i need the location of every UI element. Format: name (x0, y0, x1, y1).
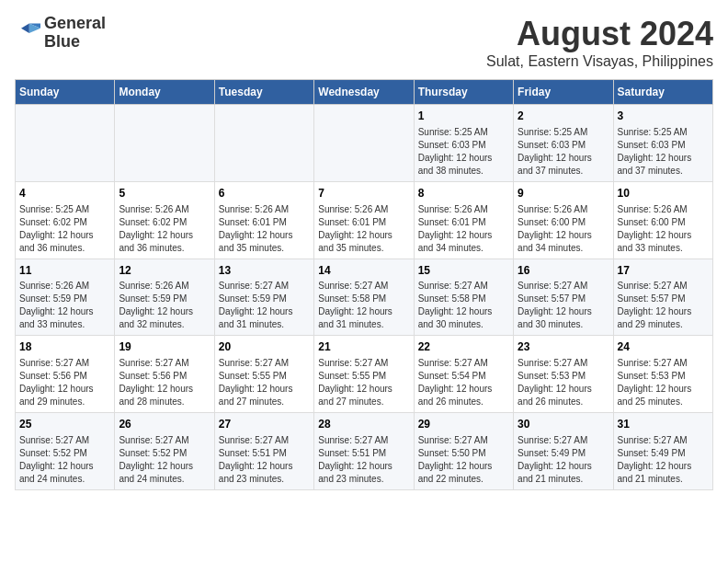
day-cell: 1Sunrise: 5:25 AM Sunset: 6:03 PM Daylig… (414, 105, 513, 182)
day-info: Sunrise: 5:26 AM Sunset: 5:59 PM Dayligh… (119, 280, 210, 331)
day-number: 13 (219, 263, 310, 279)
day-info: Sunrise: 5:26 AM Sunset: 6:00 PM Dayligh… (518, 203, 609, 255)
day-number: 29 (418, 417, 509, 432)
day-info: Sunrise: 5:27 AM Sunset: 5:52 PM Dayligh… (119, 434, 210, 486)
day-number: 31 (618, 417, 709, 432)
day-cell: 11Sunrise: 5:26 AM Sunset: 5:59 PM Dayli… (16, 259, 115, 336)
day-info: Sunrise: 5:25 AM Sunset: 6:03 PM Dayligh… (518, 126, 609, 178)
day-number: 20 (219, 339, 310, 355)
day-cell: 7Sunrise: 5:26 AM Sunset: 6:01 PM Daylig… (314, 181, 414, 259)
day-cell (115, 105, 214, 182)
day-number: 10 (618, 186, 709, 201)
day-cell: 26Sunrise: 5:27 AM Sunset: 5:52 PM Dayli… (115, 413, 214, 490)
day-number: 9 (518, 186, 609, 201)
day-number: 17 (618, 263, 709, 279)
week-row-1: 1Sunrise: 5:25 AM Sunset: 6:03 PM Daylig… (16, 105, 713, 182)
day-number: 14 (318, 263, 409, 279)
week-row-4: 18Sunrise: 5:27 AM Sunset: 5:56 PM Dayli… (16, 336, 713, 413)
day-number: 24 (618, 339, 709, 355)
day-info: Sunrise: 5:27 AM Sunset: 5:51 PM Dayligh… (219, 434, 310, 486)
day-cell: 21Sunrise: 5:27 AM Sunset: 5:55 PM Dayli… (314, 336, 414, 413)
day-number: 11 (19, 263, 110, 279)
day-cell: 15Sunrise: 5:27 AM Sunset: 5:58 PM Dayli… (414, 259, 513, 336)
day-number: 8 (418, 186, 509, 201)
day-info: Sunrise: 5:27 AM Sunset: 5:53 PM Dayligh… (618, 357, 709, 408)
day-cell: 6Sunrise: 5:26 AM Sunset: 6:01 PM Daylig… (214, 181, 313, 259)
day-info: Sunrise: 5:27 AM Sunset: 5:52 PM Dayligh… (19, 434, 110, 486)
day-info: Sunrise: 5:27 AM Sunset: 5:56 PM Dayligh… (19, 357, 110, 408)
day-cell: 14Sunrise: 5:27 AM Sunset: 5:58 PM Dayli… (314, 259, 414, 336)
day-info: Sunrise: 5:27 AM Sunset: 5:49 PM Dayligh… (518, 434, 609, 486)
logo-icon (15, 20, 40, 46)
day-number: 23 (518, 339, 609, 355)
day-header-saturday: Saturday (613, 80, 712, 105)
day-cell: 10Sunrise: 5:26 AM Sunset: 6:00 PM Dayli… (613, 181, 712, 259)
day-cell: 27Sunrise: 5:27 AM Sunset: 5:51 PM Dayli… (214, 413, 313, 490)
day-cell: 2Sunrise: 5:25 AM Sunset: 6:03 PM Daylig… (514, 105, 613, 182)
day-info: Sunrise: 5:27 AM Sunset: 5:58 PM Dayligh… (318, 280, 409, 331)
logo-line1: General (44, 15, 106, 33)
day-number: 6 (219, 186, 310, 201)
day-number: 28 (318, 417, 409, 432)
day-number: 27 (219, 417, 310, 432)
day-info: Sunrise: 5:27 AM Sunset: 5:55 PM Dayligh… (318, 357, 409, 408)
day-info: Sunrise: 5:26 AM Sunset: 6:01 PM Dayligh… (418, 203, 509, 255)
day-number: 12 (119, 263, 210, 279)
day-cell: 18Sunrise: 5:27 AM Sunset: 5:56 PM Dayli… (16, 336, 115, 413)
day-number: 26 (119, 417, 210, 432)
day-cell: 25Sunrise: 5:27 AM Sunset: 5:52 PM Dayli… (16, 413, 115, 490)
day-header-thursday: Thursday (414, 80, 513, 105)
week-row-2: 4Sunrise: 5:25 AM Sunset: 6:02 PM Daylig… (16, 181, 713, 259)
day-number: 22 (418, 339, 509, 355)
day-cell: 23Sunrise: 5:27 AM Sunset: 5:53 PM Dayli… (514, 336, 613, 413)
day-header-tuesday: Tuesday (214, 80, 313, 105)
day-info: Sunrise: 5:27 AM Sunset: 5:58 PM Dayligh… (418, 280, 509, 331)
day-number: 16 (518, 263, 609, 279)
day-cell: 12Sunrise: 5:26 AM Sunset: 5:59 PM Dayli… (115, 259, 214, 336)
day-number: 18 (19, 339, 110, 355)
day-header-sunday: Sunday (16, 80, 115, 105)
day-header-wednesday: Wednesday (314, 80, 414, 105)
day-info: Sunrise: 5:25 AM Sunset: 6:03 PM Dayligh… (618, 126, 709, 178)
day-cell: 4Sunrise: 5:25 AM Sunset: 6:02 PM Daylig… (16, 181, 115, 259)
day-info: Sunrise: 5:27 AM Sunset: 5:55 PM Dayligh… (219, 357, 310, 408)
day-cell: 9Sunrise: 5:26 AM Sunset: 6:00 PM Daylig… (514, 181, 613, 259)
day-number: 19 (119, 339, 210, 355)
day-info: Sunrise: 5:27 AM Sunset: 5:57 PM Dayligh… (618, 280, 709, 331)
header: General Blue August 2024 Sulat, Eastern … (15, 15, 713, 70)
day-number: 5 (119, 186, 210, 201)
day-header-friday: Friday (514, 80, 613, 105)
day-info: Sunrise: 5:26 AM Sunset: 6:02 PM Dayligh… (119, 203, 210, 255)
day-number: 3 (618, 109, 709, 124)
day-number: 15 (418, 263, 509, 279)
day-info: Sunrise: 5:27 AM Sunset: 5:54 PM Dayligh… (418, 357, 509, 408)
week-row-3: 11Sunrise: 5:26 AM Sunset: 5:59 PM Dayli… (16, 259, 713, 336)
day-number: 4 (19, 186, 110, 201)
calendar-table: SundayMondayTuesdayWednesdayThursdayFrid… (15, 79, 713, 490)
day-info: Sunrise: 5:27 AM Sunset: 5:53 PM Dayligh… (518, 357, 609, 408)
day-cell (16, 105, 115, 182)
subtitle: Sulat, Eastern Visayas, Philippines (486, 53, 713, 70)
day-header-monday: Monday (115, 80, 214, 105)
day-cell: 22Sunrise: 5:27 AM Sunset: 5:54 PM Dayli… (414, 336, 513, 413)
day-info: Sunrise: 5:26 AM Sunset: 5:59 PM Dayligh… (19, 280, 110, 331)
day-cell: 8Sunrise: 5:26 AM Sunset: 6:01 PM Daylig… (414, 181, 513, 259)
day-cell: 19Sunrise: 5:27 AM Sunset: 5:56 PM Dayli… (115, 336, 214, 413)
day-cell: 13Sunrise: 5:27 AM Sunset: 5:59 PM Dayli… (214, 259, 313, 336)
header-row: SundayMondayTuesdayWednesdayThursdayFrid… (16, 80, 713, 105)
day-number: 25 (19, 417, 110, 432)
day-info: Sunrise: 5:27 AM Sunset: 5:56 PM Dayligh… (119, 357, 210, 408)
day-cell: 3Sunrise: 5:25 AM Sunset: 6:03 PM Daylig… (613, 105, 712, 182)
day-info: Sunrise: 5:25 AM Sunset: 6:03 PM Dayligh… (418, 126, 509, 178)
day-cell (314, 105, 414, 182)
day-cell (214, 105, 313, 182)
logo-line2: Blue (44, 33, 106, 52)
day-cell: 20Sunrise: 5:27 AM Sunset: 5:55 PM Dayli… (214, 336, 313, 413)
day-cell: 17Sunrise: 5:27 AM Sunset: 5:57 PM Dayli… (613, 259, 712, 336)
day-cell: 28Sunrise: 5:27 AM Sunset: 5:51 PM Dayli… (314, 413, 414, 490)
day-info: Sunrise: 5:26 AM Sunset: 6:01 PM Dayligh… (219, 203, 310, 255)
day-cell: 29Sunrise: 5:27 AM Sunset: 5:50 PM Dayli… (414, 413, 513, 490)
title-area: August 2024 Sulat, Eastern Visayas, Phil… (486, 15, 713, 70)
day-cell: 16Sunrise: 5:27 AM Sunset: 5:57 PM Dayli… (514, 259, 613, 336)
day-info: Sunrise: 5:27 AM Sunset: 5:59 PM Dayligh… (219, 280, 310, 331)
